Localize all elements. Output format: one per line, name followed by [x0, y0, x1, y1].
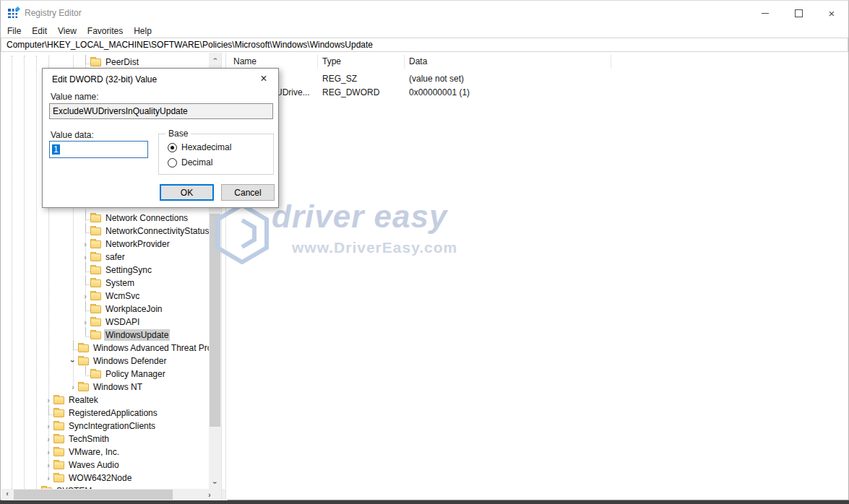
tree-item[interactable]: NetworkConnectivityStatusIndicator: [1, 225, 209, 238]
expand-icon[interactable]: ›: [80, 316, 90, 329]
value-data-text: 1: [52, 144, 60, 155]
tree-connector: [43, 407, 53, 420]
folder-icon: [90, 253, 101, 261]
menu-file[interactable]: File: [7, 25, 22, 37]
decimal-radio[interactable]: Decimal: [168, 157, 212, 168]
tree-item[interactable]: ›safer: [1, 251, 126, 264]
tree-item-label: WcmSvc: [104, 290, 141, 302]
tree-item[interactable]: Network Connections: [1, 212, 189, 225]
tree-horizontal-scrollbar[interactable]: › ›: [1, 489, 215, 500]
tree-item[interactable]: RegisteredApplications: [1, 407, 159, 420]
tree-item[interactable]: WorkplaceJoin: [1, 303, 163, 316]
tree-item-label: WSDAPI: [104, 316, 141, 328]
expand-icon[interactable]: ›: [80, 290, 90, 303]
tree-connector: [80, 264, 90, 277]
list-rows: REG_SZ(value not set)ExcludeWUDrive...RE…: [226, 72, 848, 100]
menu-help[interactable]: Help: [133, 25, 152, 37]
scroll-up-icon[interactable]: ›: [209, 53, 221, 65]
tree-item-label: WOW6432Node: [67, 472, 133, 484]
values-pane: Name Type Data REG_SZ(value not set)Excl…: [225, 53, 848, 499]
hexadecimal-radio[interactable]: Hexadecimal: [168, 142, 231, 152]
cell-type: REG_SZ: [322, 74, 403, 84]
list-row[interactable]: REG_SZ(value not set): [226, 72, 848, 86]
column-header-name[interactable]: Name: [233, 56, 257, 66]
tree-item[interactable]: ›TechSmith: [1, 433, 111, 446]
folder-icon: [53, 474, 64, 482]
expand-icon[interactable]: ›: [43, 459, 53, 472]
expand-icon[interactable]: ›: [43, 472, 53, 485]
value-data-input[interactable]: 1: [49, 141, 148, 158]
window-title: Registry Editor: [25, 8, 82, 18]
folder-icon: [78, 383, 89, 391]
tree-item[interactable]: ›Windows NT: [1, 381, 144, 394]
tree-item[interactable]: ›WcmSvc: [1, 290, 141, 303]
address-bar[interactable]: Computer\HKEY_LOCAL_MACHINE\SOFTWARE\Pol…: [1, 38, 848, 52]
expand-icon[interactable]: ›: [43, 394, 53, 407]
tree-item-label: NetworkConnectivityStatusIndicator: [104, 225, 209, 237]
vertical-scroll-thumb[interactable]: [210, 214, 220, 427]
maximize-button[interactable]: [782, 2, 815, 24]
expand-icon[interactable]: ›: [43, 446, 53, 459]
folder-icon: [90, 292, 101, 300]
list-row[interactable]: ExcludeWUDrive...REG_DWORD0x00000001 (1): [226, 86, 848, 100]
tree-item[interactable]: ›Realtek: [1, 394, 100, 407]
ok-button[interactable]: OK: [160, 184, 214, 201]
edit-dword-dialog: Edit DWORD (32-bit) Value × Value name: …: [42, 68, 279, 208]
maximize-icon: [795, 9, 803, 17]
expand-icon[interactable]: ›: [68, 381, 78, 394]
folder-icon: [90, 214, 101, 222]
scroll-down-icon[interactable]: ›: [209, 477, 221, 489]
menu-view[interactable]: View: [57, 25, 77, 37]
horizontal-scroll-thumb[interactable]: [14, 490, 173, 500]
menu-bar: File Edit View Favorites Help: [1, 24, 848, 38]
tree-item[interactable]: ›Windows Defender: [1, 355, 168, 368]
tree-item[interactable]: Policy Manager: [1, 368, 167, 381]
tree-item[interactable]: PeerDist: [1, 56, 140, 69]
tree-item[interactable]: ›SyncIntegrationClients: [1, 420, 157, 433]
expand-icon[interactable]: ›: [43, 433, 53, 446]
tree-item-label: Windows NT: [92, 381, 144, 393]
tree-connector: [80, 56, 90, 69]
dialog-close-icon: ×: [260, 73, 267, 84]
decimal-radio-label: Decimal: [181, 157, 212, 168]
tree-item[interactable]: ›Waves Audio: [1, 459, 121, 472]
scroll-right-icon[interactable]: ›: [204, 489, 215, 500]
tree-item[interactable]: SettingSync: [1, 264, 153, 277]
close-icon: ×: [829, 8, 835, 19]
tree-item-label: Waves Audio: [67, 459, 121, 471]
tree-item[interactable]: ›NetworkProvider: [1, 238, 171, 251]
tree-connector: [68, 342, 78, 355]
menu-edit[interactable]: Edit: [31, 25, 48, 37]
tree-item-label: TechSmith: [67, 433, 111, 445]
tree-item-label: Policy Manager: [104, 368, 167, 380]
menu-favorites[interactable]: Favorites: [87, 25, 124, 37]
cell-data: 0x00000001 (1): [409, 87, 610, 97]
folder-icon: [90, 227, 101, 235]
column-header-data[interactable]: Data: [409, 56, 427, 66]
radio-unselected-icon: [168, 158, 177, 168]
tree-item[interactable]: ›WSDAPI: [1, 316, 141, 329]
tree-item[interactable]: System: [1, 277, 136, 290]
tree-item-label: NetworkProvider: [104, 238, 171, 250]
tree-item[interactable]: Windows Advanced Threat Protection: [1, 342, 209, 355]
tree-item[interactable]: ›VMware, Inc.: [1, 446, 121, 459]
tree-item[interactable]: WindowsUpdate: [1, 329, 170, 342]
close-button[interactable]: ×: [815, 2, 848, 24]
column-header-type[interactable]: Type: [322, 56, 341, 66]
tree-item-label: Windows Advanced Threat Protection: [92, 342, 209, 354]
folder-icon: [53, 435, 64, 443]
regedit-app-icon: [8, 7, 20, 19]
expand-icon[interactable]: ›: [80, 251, 90, 264]
expand-icon[interactable]: ›: [43, 420, 53, 433]
value-name-field[interactable]: [49, 103, 273, 119]
expand-icon[interactable]: ›: [80, 238, 90, 251]
tree-connector: [80, 277, 90, 290]
minimize-button[interactable]: [749, 2, 782, 24]
scroll-left-icon[interactable]: ›: [1, 489, 13, 500]
cancel-button[interactable]: Cancel: [221, 184, 275, 201]
dialog-close-button[interactable]: ×: [249, 69, 278, 89]
hexadecimal-radio-label: Hexadecimal: [181, 142, 231, 152]
folder-icon: [53, 422, 64, 430]
tree-item[interactable]: ›WOW6432Node: [1, 472, 133, 485]
list-header: Name Type Data: [226, 53, 848, 71]
